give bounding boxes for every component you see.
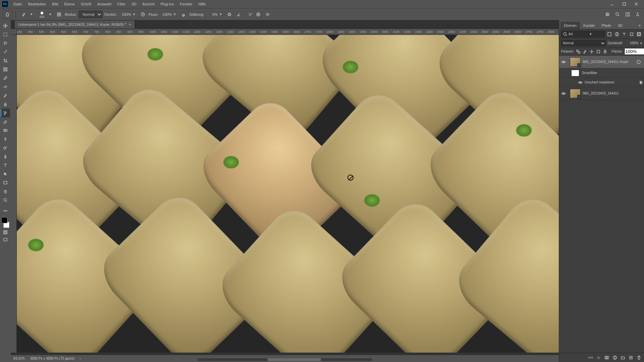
dodge-tool[interactable] [1,143,10,152]
vertical-ruler[interactable] [11,35,17,353]
flow-dropdown[interactable]: ▾ [174,12,178,16]
zoom-tool[interactable] [1,196,10,204]
layer-thumbnail[interactable] [570,89,581,98]
window-maximize-button[interactable] [619,0,630,8]
chevron-down-icon[interactable]: ▾ [640,41,642,45]
horizontal-ruler[interactable]: 1004505005506006507007508008509009501000… [17,29,559,35]
menu-select[interactable]: Auswahl [95,1,114,7]
smoothing-field[interactable] [206,12,218,16]
layer-name[interactable]: IMG_20210420_184411 [583,92,642,95]
layer-row[interactable]: IMG_20210420_184411 [559,87,644,100]
blend-mode-dropdown[interactable]: Normal [79,11,102,18]
ruler-origin[interactable] [11,29,17,35]
panel-tab-3d[interactable]: 3D [614,22,626,29]
menu-filter[interactable]: Filter [115,1,128,7]
lasso-tool[interactable] [1,39,10,48]
lock-artboard-icon[interactable] [596,49,601,54]
panel-tab-layers[interactable]: Ebenen [560,22,580,29]
smart-filters-row[interactable]: Smartfilter [559,68,644,78]
frame-tool[interactable] [1,65,10,74]
group-layers-button[interactable] [620,355,626,361]
layer-thumbnail[interactable] [570,57,581,67]
delete-layer-button[interactable] [636,355,642,361]
magic-wand-tool[interactable] [1,48,10,56]
opacity-pressure-toggle[interactable] [139,11,147,18]
workspace-button[interactable] [624,11,631,18]
marquee-tool[interactable] [1,30,10,39]
panel-menu-button[interactable]: ≡ [635,22,644,29]
angle-icon[interactable] [235,11,243,18]
clone-stamp-tool[interactable] [1,100,10,109]
eraser-tool[interactable] [1,117,10,126]
lock-pixels-icon[interactable] [583,49,587,54]
visibility-toggle[interactable] [559,60,568,64]
new-layer-button[interactable] [628,355,634,361]
menu-help[interactable]: Hilfe [196,1,208,7]
panel-tab-channels[interactable]: Kanäle [580,22,598,29]
symmetry-button[interactable] [264,11,271,18]
horizontal-scrollbar[interactable] [198,358,372,361]
tool-preset-dropdown[interactable]: ▾ [31,12,35,16]
screen-mode-button[interactable] [1,236,10,243]
smoothing-dropdown[interactable]: ▾ [220,12,224,16]
size-pressure-toggle[interactable] [255,11,262,18]
hand-tool[interactable] [1,187,10,196]
layer-blend-mode-dropdown[interactable]: Normal [561,40,606,46]
menu-image[interactable]: Bild [49,1,61,7]
filter-type-icon[interactable] [621,31,627,37]
opacity-field[interactable] [120,12,131,16]
menu-file[interactable]: Datei [11,1,25,7]
filter-pixel-icon[interactable] [606,31,612,37]
flow-field[interactable] [160,12,172,16]
layer-style-button[interactable]: fx [596,355,602,361]
type-tool[interactable] [1,161,10,170]
document-info[interactable]: 3000 Px x 3000 Px (72 ppcm) [30,357,74,360]
quick-mask-toggle[interactable] [1,229,10,236]
lock-transparency-icon[interactable] [576,49,581,54]
menu-type[interactable]: Schrift [78,1,94,7]
docinfo-chevron-icon[interactable]: › [80,357,81,360]
healing-brush-tool[interactable] [1,82,10,91]
filter-visibility-toggle[interactable] [577,80,583,85]
smoothing-options-button[interactable] [226,11,233,18]
pen-tool[interactable] [1,152,10,161]
visibility-toggle[interactable] [559,91,568,96]
adjustment-layer-button[interactable] [612,355,618,361]
gradient-tool[interactable] [1,126,10,135]
smart-filter-mask-thumbnail[interactable] [571,70,579,76]
menu-view[interactable]: Ansicht [140,1,157,7]
layer-filter-indicator-icon[interactable] [635,60,642,64]
color-swatches[interactable] [1,217,10,229]
layer-opacity-field[interactable] [625,41,638,45]
layer-mask-button[interactable] [604,355,610,361]
edit-toolbar-button[interactable] [1,206,10,215]
panel-tab-paths[interactable]: Pfade [598,22,614,29]
filter-shape-icon[interactable] [629,31,635,37]
opacity-dropdown[interactable]: ▾ [133,12,137,16]
brush-picker-dropdown[interactable]: ▾ [49,12,53,16]
link-layers-button[interactable] [588,355,594,361]
angle-field[interactable] [245,12,253,16]
lock-position-icon[interactable] [589,49,594,54]
layer-filter-dropdown[interactable]: ▾ [561,31,605,38]
menu-3d[interactable]: 3D [129,1,139,7]
home-button[interactable] [3,10,12,19]
canvas[interactable] [17,35,559,353]
brush-preview[interactable]: 334 [37,10,47,19]
layer-filter-field[interactable] [569,32,589,36]
brush-tool[interactable] [1,91,10,100]
cloud-docs-button[interactable] [604,11,611,18]
menu-layer[interactable]: Ebene [61,1,77,7]
smart-filter-item[interactable]: Unscharf maskieren [559,78,644,87]
blur-tool[interactable] [1,135,10,143]
filter-smart-icon[interactable] [636,31,642,37]
crop-tool[interactable] [1,56,10,65]
document-tab-close[interactable]: × [129,22,131,26]
filter-blending-options-icon[interactable] [638,80,644,85]
eyedropper-tool[interactable] [1,74,10,82]
filter-adjust-icon[interactable] [614,31,620,37]
layer-name[interactable]: IMG_20210420_184411 Kopie [583,60,635,64]
zoom-level[interactable]: 64,31% [13,357,25,360]
scrollbar-thumb[interactable] [267,358,321,361]
window-minimize-button[interactable] [606,0,618,8]
